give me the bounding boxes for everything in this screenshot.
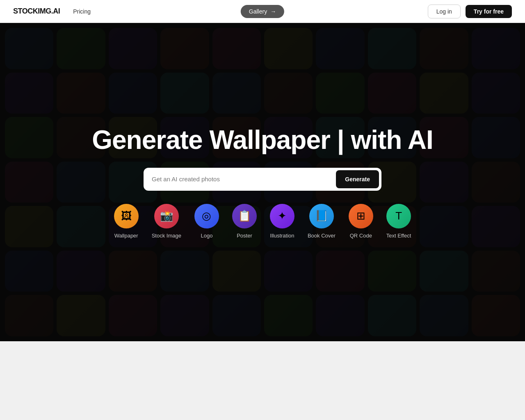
category-book-cover[interactable]: 📘Book Cover bbox=[308, 204, 336, 239]
logo-label: Logo bbox=[201, 233, 212, 239]
poster-icon: 📋 bbox=[232, 204, 257, 228]
stock-image-icon: 📸 bbox=[154, 204, 179, 228]
wallpaper-label: Wallpaper bbox=[114, 233, 138, 239]
category-illustration[interactable]: ✦Illustration bbox=[270, 204, 294, 239]
generate-button[interactable]: Generate bbox=[336, 170, 379, 188]
navbar-center: Gallery → bbox=[241, 5, 284, 18]
book-cover-icon: 📘 bbox=[309, 204, 334, 228]
text-effect-icon: T bbox=[386, 204, 411, 228]
logo-icon: ◎ bbox=[194, 204, 219, 228]
search-input[interactable] bbox=[144, 176, 333, 183]
arrow-icon: → bbox=[270, 8, 276, 15]
category-stock-image[interactable]: 📸Stock Image bbox=[152, 204, 181, 239]
try-for-free-button[interactable]: Try for free bbox=[466, 5, 512, 18]
hero-content: Generate Wallpaper | with AI Generate 🖼W… bbox=[92, 126, 433, 238]
illustration-label: Illustration bbox=[270, 233, 294, 239]
hero-section: Generate Wallpaper | with AI Generate 🖼W… bbox=[0, 23, 525, 341]
text-effect-label: Text Effect bbox=[386, 233, 411, 239]
category-text-effect[interactable]: TText Effect bbox=[386, 204, 411, 239]
qr-code-icon: ⊞ bbox=[349, 204, 373, 228]
poster-label: Poster bbox=[237, 233, 252, 239]
below-hero bbox=[0, 341, 525, 420]
categories-row: 🖼Wallpaper📸Stock Image◎Logo📋Poster✦Illus… bbox=[114, 204, 411, 239]
qr-code-label: QR Code bbox=[350, 233, 372, 239]
book-cover-label: Book Cover bbox=[308, 233, 336, 239]
wallpaper-icon: 🖼 bbox=[114, 204, 139, 228]
stock-image-label: Stock Image bbox=[152, 233, 181, 239]
login-button[interactable]: Log in bbox=[428, 5, 461, 18]
navbar-left: STOCKIMG.AI Pricing bbox=[13, 7, 91, 16]
category-qr-code[interactable]: ⊞QR Code bbox=[349, 204, 373, 239]
gallery-button[interactable]: Gallery → bbox=[241, 5, 284, 18]
nav-pricing[interactable]: Pricing bbox=[73, 8, 91, 15]
navbar: STOCKIMG.AI Pricing Gallery → Log in Try… bbox=[0, 0, 525, 23]
hero-title-text: Generate Wallpaper | with AI bbox=[92, 125, 433, 155]
search-bar: Generate bbox=[144, 168, 381, 191]
navbar-right: Log in Try for free bbox=[428, 5, 512, 18]
category-logo[interactable]: ◎Logo bbox=[194, 204, 219, 239]
category-wallpaper[interactable]: 🖼Wallpaper bbox=[114, 204, 139, 239]
site-logo: STOCKIMG.AI bbox=[13, 7, 60, 16]
category-poster[interactable]: 📋Poster bbox=[232, 204, 257, 239]
hero-title: Generate Wallpaper | with AI bbox=[92, 126, 433, 154]
illustration-icon: ✦ bbox=[270, 204, 294, 228]
